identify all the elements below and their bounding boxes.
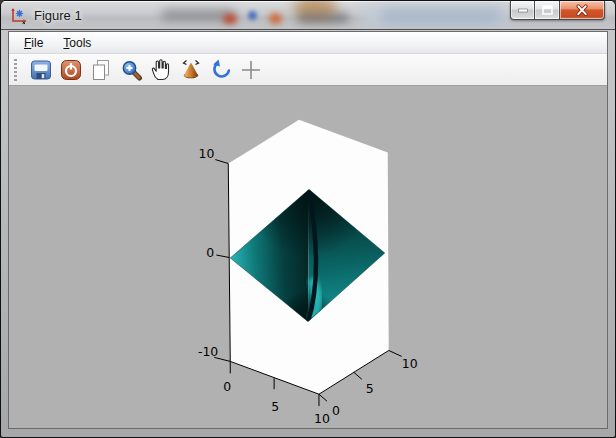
hand-icon	[149, 58, 173, 82]
menu-file[interactable]: File	[15, 34, 52, 52]
glass-reflection	[248, 11, 257, 20]
undo-arrow-icon	[209, 58, 233, 82]
x-tick-5: 5	[271, 399, 279, 414]
z-tick-10: 10	[198, 146, 214, 161]
toolbar-button-reset-view[interactable]	[207, 56, 234, 83]
x-tick-10: 10	[314, 411, 330, 426]
glass-reflection	[223, 14, 237, 24]
minimize-icon	[517, 4, 529, 16]
maximize-button[interactable]	[535, 1, 559, 20]
window-title: Figure 1	[34, 8, 82, 23]
plot-3d-surface[interactable]: 10 0 -10 0 5 10 0 5 10	[9, 86, 607, 428]
close-button[interactable]	[559, 1, 605, 20]
y-tick-5: 5	[366, 381, 374, 396]
title-bar[interactable]: Figure 1	[1, 1, 615, 30]
toolbar-button-stop[interactable]	[57, 56, 84, 83]
glass-reflection	[381, 9, 501, 23]
toolbar-button-copy[interactable]	[87, 56, 114, 83]
cone-rotate-icon	[179, 58, 203, 82]
toolbar-button-save[interactable]	[27, 56, 54, 83]
z-tick-0: 0	[206, 245, 214, 260]
z-tick-m10: -10	[198, 344, 218, 359]
axes-3d-icon	[9, 6, 28, 25]
toolbar	[9, 54, 607, 86]
y-tick-0: 0	[332, 403, 340, 418]
toolbar-button-pan[interactable]	[147, 56, 174, 83]
copy-pages-icon	[89, 58, 113, 82]
magnifier-plus-icon	[119, 58, 143, 82]
toolbar-button-rotate[interactable]	[177, 56, 204, 83]
maximize-icon	[541, 4, 554, 16]
floppy-disk-icon	[29, 58, 53, 82]
toolbar-button-zoom[interactable]	[117, 56, 144, 83]
toolbar-grip[interactable]	[14, 59, 17, 81]
figure-window: Figure 1 Fil	[0, 0, 616, 438]
power-icon	[59, 58, 83, 82]
y-tick-10: 10	[402, 356, 418, 371]
minimize-button[interactable]	[510, 1, 535, 20]
crosshair-icon	[239, 58, 263, 82]
x-tick-0: 0	[223, 379, 231, 394]
window-content: File Tools	[8, 31, 608, 429]
toolbar-button-crosshair[interactable]	[237, 56, 264, 83]
close-icon	[575, 4, 589, 17]
figure-canvas[interactable]: 10 0 -10 0 5 10 0 5 10	[9, 86, 607, 428]
glass-reflection	[297, 13, 349, 23]
window-controls	[510, 1, 605, 20]
menu-tools[interactable]: Tools	[54, 34, 100, 52]
glass-reflection	[269, 13, 282, 24]
menu-bar: File Tools	[9, 32, 607, 54]
